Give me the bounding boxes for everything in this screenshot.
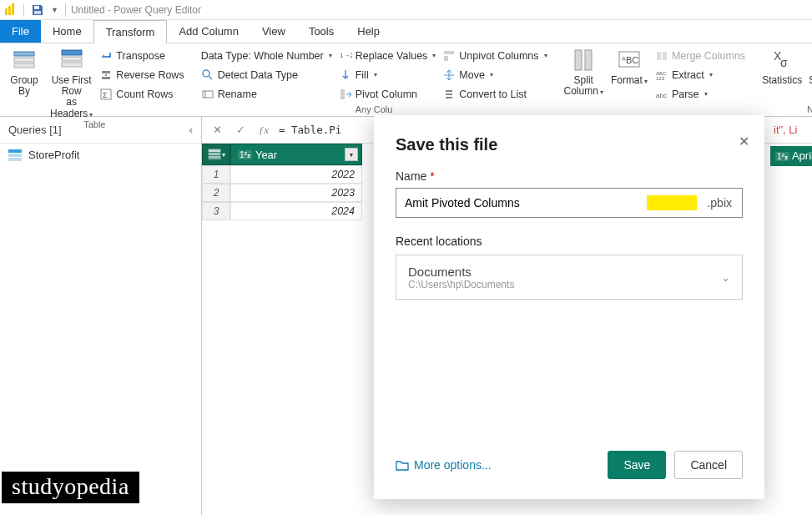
extract-button[interactable]: ABC123Extract▾ xyxy=(655,66,745,83)
name-label: Name * xyxy=(396,169,743,183)
group-by-button[interactable]: Group By xyxy=(5,47,43,97)
group-label-any-column: Any Colu xyxy=(196,104,552,116)
column-header-april[interactable]: 1²₃April xyxy=(770,146,812,166)
tab-file[interactable]: File xyxy=(0,20,41,43)
svg-rect-2 xyxy=(12,3,14,15)
detect-data-type-button[interactable]: Detect Data Type xyxy=(201,66,332,83)
code-fragment: it", Li xyxy=(770,117,812,143)
chevron-down-icon: ⌄ xyxy=(721,271,730,284)
cell[interactable]: 2022 xyxy=(230,165,362,184)
svg-rect-14 xyxy=(203,91,213,98)
location-documents[interactable]: Documents C:\Users\hp\Documents ⌄ xyxy=(396,255,743,300)
tab-help[interactable]: Help xyxy=(345,20,391,43)
svg-rect-8 xyxy=(62,50,82,55)
svg-rect-20 xyxy=(446,93,452,95)
svg-rect-3 xyxy=(34,6,39,9)
standard-button[interactable]: Standard xyxy=(809,47,812,86)
filename-field-wrapper: .pbix xyxy=(396,188,743,218)
split-column-button[interactable]: Split Column▾ xyxy=(564,47,603,97)
cancel-formula-icon[interactable]: ✕ xyxy=(209,124,225,136)
save-icon[interactable] xyxy=(31,3,44,17)
pivot-column-button[interactable]: Pivot Column xyxy=(339,85,436,103)
menu-bar: File Home Transform Add Column View Tool… xyxy=(0,20,812,43)
merge-columns-button[interactable]: Merge Columns xyxy=(655,47,745,64)
replace-values-button[interactable]: 1→2Replace Values▾ xyxy=(339,47,436,64)
convert-to-list-button[interactable]: Convert to List xyxy=(442,85,547,103)
svg-rect-1 xyxy=(8,6,11,15)
svg-rect-4 xyxy=(34,11,41,14)
query-item-label: StoreProfit xyxy=(28,149,79,161)
cell[interactable]: 2024 xyxy=(230,202,362,220)
unpivot-columns-button[interactable]: Unpivot Columns▾ xyxy=(442,47,547,64)
parse-button[interactable]: abcParse▾ xyxy=(655,85,745,103)
svg-rect-16 xyxy=(340,89,345,99)
fx-icon[interactable]: ƒx xyxy=(255,124,272,137)
move-button[interactable]: Move▾ xyxy=(442,66,547,83)
qat-dropdown[interactable]: ▼ xyxy=(51,6,58,14)
svg-rect-17 xyxy=(444,51,454,54)
count-rows-button[interactable]: ΣCount Rows xyxy=(99,85,184,103)
tab-transform[interactable]: Transform xyxy=(93,20,168,43)
close-icon[interactable]: ✕ xyxy=(739,134,749,149)
svg-rect-21 xyxy=(446,97,452,98)
dialog-footer: More options... Save Cancel xyxy=(396,451,743,479)
app-icon xyxy=(3,3,17,17)
svg-point-13 xyxy=(203,70,209,77)
use-first-row-button[interactable]: Use First Row as Headers▾ xyxy=(50,47,93,119)
reverse-rows-button[interactable]: Reverse Rows xyxy=(99,66,184,83)
query-item-storeprofit[interactable]: StoreProfit xyxy=(0,144,201,166)
format-button[interactable]: ᴬBC Format▾ xyxy=(610,47,648,86)
grid-corner[interactable]: ▾ xyxy=(202,144,230,165)
svg-rect-7 xyxy=(14,63,34,68)
svg-text:ᴬBC: ᴬBC xyxy=(622,55,638,65)
column-header-label: Year xyxy=(255,149,277,161)
svg-rect-38 xyxy=(8,149,22,153)
svg-rect-18 xyxy=(444,56,448,61)
dialog-title: Save this file xyxy=(396,135,743,154)
svg-rect-44 xyxy=(209,156,220,159)
cancel-button[interactable]: Cancel xyxy=(674,451,743,479)
svg-rect-6 xyxy=(14,58,34,62)
group-label-table: Table xyxy=(0,119,189,131)
svg-text:Σ: Σ xyxy=(103,91,108,99)
table-icon xyxy=(8,149,22,161)
tab-view[interactable]: View xyxy=(250,20,297,43)
svg-rect-9 xyxy=(62,57,82,61)
column-filter-icon[interactable]: ▾ xyxy=(345,148,358,161)
highlight-marker xyxy=(647,195,697,210)
column-header-year[interactable]: 1²₃ Year ▾ xyxy=(230,144,362,165)
transpose-button[interactable]: Transpose xyxy=(99,47,184,64)
table-icon xyxy=(208,149,221,160)
ribbon: Group By Use First Row as Headers▾ Trans… xyxy=(0,43,812,117)
rename-button[interactable]: Rename xyxy=(201,85,332,103)
window-title: Untitled - Power Query Editor xyxy=(71,4,201,16)
accept-formula-icon[interactable]: ✓ xyxy=(232,124,249,136)
filename-input[interactable] xyxy=(396,196,647,210)
tab-add-column[interactable]: Add Column xyxy=(167,20,250,43)
title-bar: ▼ Untitled - Power Query Editor xyxy=(0,0,812,20)
file-extension: .pbix xyxy=(697,196,742,210)
svg-rect-42 xyxy=(209,149,220,152)
formula-text[interactable]: = Table.Pi xyxy=(279,124,341,136)
ribbon-group-text: Split Column▾ ᴬBC Format▾ Merge Columns … xyxy=(559,43,751,116)
svg-rect-10 xyxy=(62,63,82,67)
fill-button[interactable]: Fill▾ xyxy=(339,66,436,83)
more-options-link[interactable]: More options... xyxy=(396,458,492,472)
svg-text:σ: σ xyxy=(780,56,788,69)
tab-tools[interactable]: Tools xyxy=(297,20,345,43)
row-number: 3 xyxy=(202,202,230,220)
ribbon-group-table: Group By Use First Row as Headers▾ Trans… xyxy=(0,43,189,116)
group-label-number: Number xyxy=(757,104,812,116)
location-name: Documents xyxy=(408,265,514,279)
right-strip: it", Li 1²₃April xyxy=(770,117,812,166)
save-button[interactable]: Save xyxy=(608,451,666,479)
svg-rect-26 xyxy=(657,52,661,60)
collapse-panel-icon[interactable]: ‹ xyxy=(189,124,193,136)
svg-rect-43 xyxy=(209,153,220,155)
data-type-button[interactable]: Data Type: Whole Number▾ xyxy=(201,47,332,64)
queries-panel: Queries [1] ‹ StoreProfit xyxy=(0,117,202,515)
cell[interactable]: 2023 xyxy=(230,184,362,202)
statistics-button[interactable]: Χσ Statistics xyxy=(762,47,802,86)
separator xyxy=(65,3,66,17)
tab-home[interactable]: Home xyxy=(41,20,93,43)
